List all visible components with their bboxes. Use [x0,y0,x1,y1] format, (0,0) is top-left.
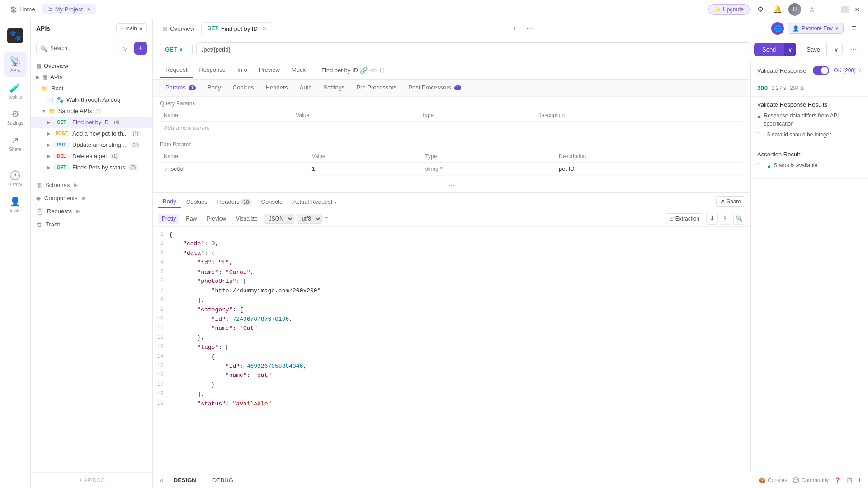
tree-endpoint-find-pet[interactable]: ▶ GET Find pet by ID (4) [31,117,152,128]
branch-selector[interactable]: ⑂ main ∨ [116,23,147,33]
root-icon: 📁 [42,85,48,92]
validate-dropdown[interactable]: ∨ [858,67,862,74]
params-tab-params[interactable]: Params 1 [160,81,201,94]
expand-more[interactable]: ⋯ [153,179,750,192]
tree-endpoint-update-pet[interactable]: ▶ PUT Update an existing ... (2) [31,139,152,150]
resp-tab-headers[interactable]: Headers 18 [213,196,256,208]
save-dropdown-button[interactable]: ∨ [830,43,843,56]
tree-endpoint-add-pet[interactable]: ▶ POST Add a new pet to th... (1) [31,128,152,139]
tree-endpoint-finds-pets[interactable]: ▶ GET Finds Pets by status (2) [31,162,152,173]
resp-fmt-pretty[interactable]: Pretty [158,214,179,224]
close-button[interactable]: ✕ [852,4,863,15]
share-button[interactable]: ↗ Share [716,196,745,207]
resp-tab-body[interactable]: Body [158,195,181,208]
copy-btn[interactable]: ⎘ [720,213,731,225]
sidebar-item-testing[interactable]: 🧪 Testing [4,79,27,103]
collapse-arrows[interactable]: « [160,477,164,484]
params-tab-body[interactable]: Body [202,81,226,94]
sub-tab-find-pet-link[interactable]: Find pet by ID 🔗 </> ⊡ [317,64,389,77]
sub-tab-info[interactable]: Info [232,63,253,78]
sub-tab-preview[interactable]: Preview [254,63,285,78]
resp-fmt-visualize[interactable]: Visualize [232,214,261,224]
params-tab-headers[interactable]: Headers [260,81,293,94]
design-button[interactable]: DESIGN [167,475,203,485]
sidebar-item-invite[interactable]: 👤 Invite [4,192,27,217]
resp-fmt-preview[interactable]: Preview [203,214,230,224]
tree-components[interactable]: ◈ Components ▶ [31,192,152,205]
send-dropdown-button[interactable]: ∨ [784,43,796,56]
params-tab-post-processors[interactable]: Post Processors 1 [403,81,467,94]
resp-tab-console[interactable]: Console [257,196,288,208]
save-button[interactable]: Save [800,43,827,56]
env-selector[interactable]: 👤 Petstore Env ∨ [788,23,844,34]
new-tab-button[interactable]: + [508,22,521,35]
pp-value[interactable]: 1 [308,163,422,176]
encoding-selector[interactable]: utf8 [297,214,322,224]
params-tab-settings[interactable]: Settings [318,81,350,94]
tree-walkthrough[interactable]: 📄 🐾 Walk through Apidog [31,94,152,105]
params-tab-cookies[interactable]: Cookies [227,81,259,94]
resp-fmt-raw[interactable]: Raw [182,214,200,224]
env-area: 🌐 👤 Petstore Env ∨ ☰ [771,22,864,35]
sidebar-item-apis[interactable]: 📡 APIs [4,52,27,77]
tab-close-icon[interactable]: ✕ [262,26,266,32]
method-selector[interactable]: GET ∨ [160,43,193,56]
sub-tab-request[interactable]: Request [160,63,193,78]
tree-sample-apis[interactable]: ▼ 📁 Sample APIs (5) [31,105,152,117]
format-selector[interactable]: JSON XML HTML [264,214,294,224]
sidebar-item-history[interactable]: 🕐 History [4,166,27,191]
upgrade-button[interactable]: ✨ Upgrade [708,4,750,15]
tab-overview[interactable]: ▦ Overview [156,22,200,35]
expand-icon[interactable]: ∨ [164,166,168,172]
download-btn[interactable]: ⬇ [706,213,718,225]
project-tab[interactable]: 🗂 My Project ✕ [42,4,96,14]
community-link[interactable]: 💬 Community [793,477,829,483]
project-tab-close[interactable]: ✕ [87,6,91,13]
format-icon[interactable]: ≡ [325,215,328,222]
tab-more-button[interactable]: ⋯ [523,22,535,35]
maximize-button[interactable]: ⬜ [839,4,850,15]
filter-button[interactable]: ▽ [119,42,132,55]
terms-link[interactable]: 📋 [846,477,853,483]
code-line: 11 "name": "Cat" [153,324,750,333]
extraction-button[interactable]: ⊡ Extraction [665,213,703,224]
tab-actions: + ⋯ [508,22,535,35]
info-link[interactable]: ℹ [859,477,861,483]
debug-button[interactable]: DEBUG [206,475,240,485]
search-input[interactable] [50,45,112,52]
resp-tab-actual-request[interactable]: Actual Request ● [288,196,341,208]
query-param-add-row[interactable]: Add a new param [160,122,743,134]
tree-root[interactable]: 📁 Root [31,83,152,94]
more-options-button[interactable]: ⋯ [846,42,861,56]
gear-button[interactable]: ⚙ [754,3,767,16]
search-box[interactable]: 🔍 [36,43,116,54]
tree-apis[interactable]: ▶ ▦ APIs [31,71,152,83]
params-tab-auth[interactable]: Auth [294,81,317,94]
bell-button[interactable]: 🔔 [771,3,784,16]
minimize-button[interactable]: — [826,4,837,15]
tree-overview[interactable]: ▦ Overview [31,60,152,71]
sidebar-item-settings[interactable]: ⚙ Settings [4,105,27,129]
hamburger-button[interactable]: ☰ [847,22,861,35]
sub-tab-response[interactable]: Response [193,63,231,78]
add-button[interactable]: + [134,42,147,55]
tree-schemas[interactable]: ▦ Schemas ▶ [31,178,152,192]
url-input[interactable] [196,42,750,56]
sidebar-item-share[interactable]: ↗ Share [4,131,27,155]
params-tab-pre-processors[interactable]: Pre Processors [351,81,402,94]
star-button[interactable]: ☆ [806,3,818,16]
help-link[interactable]: ❓ [834,477,841,483]
resp-tab-cookies[interactable]: Cookies [182,196,212,208]
avatar[interactable]: U [788,3,801,16]
env-icon-btn[interactable]: 🌐 [771,22,784,35]
home-tab[interactable]: 🏠 Home [5,4,40,14]
tree-trash[interactable]: 🗑 Trash [31,218,152,231]
tree-endpoint-delete-pet[interactable]: ▶ DEL Deletes a pet (1) [31,150,152,162]
send-button[interactable]: Send [754,43,784,56]
tree-requests[interactable]: 📋 Requests ▶ [31,205,152,218]
tab-find-pet[interactable]: GET Find pet by ID ✕ [201,22,272,35]
search-btn[interactable]: 🔍 [733,213,745,225]
cookies-link[interactable]: 🍪 Cookies [759,477,787,483]
validate-toggle[interactable] [813,66,829,75]
sub-tab-mock[interactable]: Mock [286,63,311,78]
